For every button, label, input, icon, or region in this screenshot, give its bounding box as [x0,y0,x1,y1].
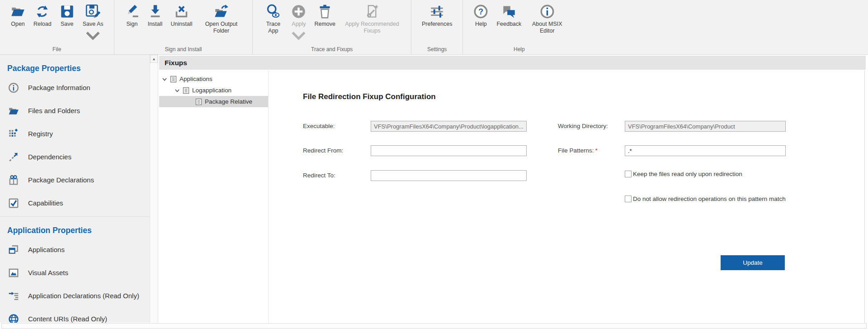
tree-item-applications[interactable]: Applications [159,73,268,85]
ribbon-group-label: Sign and Install [114,46,253,52]
chevron-expanded-icon[interactable] [175,88,180,93]
sidebar-item-label: Content URIs (Read Only) [28,315,107,323]
horizontal-scrollbar[interactable] [1,323,867,329]
uninstall-button[interactable]: Uninstall [167,3,197,28]
no-redirection-checkbox-row: Do not allow redirection operations on t… [625,195,786,202]
ribbon-group-label: Help [463,46,575,52]
feedback-bubbles-icon [501,4,516,19]
button-label: Feedback [496,21,521,28]
no-redirection-checkbox[interactable] [625,195,632,202]
apply-recommended-fixups-button[interactable]: Apply Recommended Fixups [340,3,405,34]
ribbon-group-help: ? Help Feedback About MSIX Editor Help [462,0,575,54]
keep-read-only-checkbox-row: Keep the files read only upon redirectio… [625,171,742,177]
document-icon [183,87,189,94]
sidebar-item-label: Application Declarations (Read Only) [28,292,139,300]
ribbon-group-trace-fixups: Trace App Apply Remove Apply Recommended… [252,0,411,54]
button-label: Help [475,21,487,28]
globe-icon [8,314,19,323]
sidebar-item-content-uris[interactable]: Content URIs (Read Only) [0,307,150,323]
sidebar-item-package-declarations[interactable]: Package Declarations [0,168,150,191]
feedback-button[interactable]: Feedback [492,3,525,28]
apply-button[interactable]: Apply [287,3,310,43]
trace-app-button[interactable]: Trace App [259,3,287,34]
sidebar-item-label: Capabilities [28,199,63,207]
form-title: File Redirection Fixup Configuration [303,92,436,101]
install-button[interactable]: Install [144,3,167,28]
ribbon-group-label: Settings [411,46,462,52]
sidebar-item-registry[interactable]: Registry [0,122,150,145]
sidebar-item-capabilities[interactable]: Capabilities [0,191,150,215]
open-button[interactable]: Open [6,3,29,28]
button-label: Trace App [263,21,283,34]
button-label: Apply Recommended Fixups [344,21,401,34]
button-label: Reload [33,21,52,28]
sign-pencil-icon [125,4,140,19]
save-as-icon [85,4,100,19]
arrow-list-icon [8,291,19,301]
redirect-to-label: Redirect To: [303,170,335,181]
svg-text:?: ? [479,7,484,16]
sidebar-item-visual-assets[interactable]: Visual Assets [0,261,150,284]
document-icon [195,98,202,105]
about-info-icon [540,4,555,19]
checked-box-icon [8,198,19,209]
fixups-panel: Fixups Applications Logapplication Packa… [158,55,868,323]
button-label: Install [148,21,163,28]
tree-item-package-relative[interactable]: Package Relative [159,96,268,107]
sidebar-item-package-information[interactable]: Package Information [0,76,150,99]
working-directory-input[interactable] [625,121,786,132]
sidebar-item-label: Visual Assets [28,269,68,277]
sign-button[interactable]: Sign [121,3,144,28]
redirect-from-label: Redirect From: [303,145,343,156]
sidebar-item-application-declarations[interactable]: Application Declarations (Read Only) [0,284,150,307]
sidebar-item-applications[interactable]: Applications [0,238,150,261]
about-msix-editor-button[interactable]: About MSIX Editor [525,3,569,34]
preferences-sliders-icon [429,4,444,19]
button-label: Save [61,21,74,28]
executable-label: Executable: [303,121,335,132]
ribbon-group-label: File [0,46,114,52]
preferences-button[interactable]: Preferences [418,3,456,28]
help-question-icon: ? [473,4,488,19]
ribbon-toolbar: Open Reload Save Save As File Sign Insta… [0,0,868,55]
dependency-arrow-icon [8,152,19,162]
sidebar-item-dependencies[interactable]: Dependencies [0,145,150,168]
update-button[interactable]: Update [721,255,785,270]
scrollbar-up-arrow[interactable]: ▲ [150,55,158,63]
help-button[interactable]: ? Help [469,3,492,28]
sidebar-item-files-and-folders[interactable]: Files and Folders [0,99,150,122]
file-redirection-form: File Redirection Fixup Configuration Exe… [269,71,865,323]
working-directory-label: Working Directory: [558,121,608,132]
reload-button[interactable]: Reload [29,3,56,28]
redirect-to-input[interactable] [371,170,527,181]
gift-box-icon [8,175,19,186]
redirect-from-input[interactable] [371,145,527,156]
remove-button[interactable]: Remove [310,3,340,28]
tree-item-logapplication[interactable]: Logapplication [159,85,268,96]
chevron-expanded-icon[interactable] [162,77,167,81]
executable-input[interactable] [371,121,527,132]
file-patterns-input[interactable] [625,145,786,156]
document-icon [170,76,177,83]
save-icon [60,4,75,19]
ribbon-group-settings: Preferences Settings [411,0,462,54]
keep-read-only-checkbox[interactable] [625,171,632,177]
install-arrow-icon [148,4,163,19]
msix-editor-window: { "ribbon": { "groups": [ { "label": "Fi… [0,0,868,329]
open-output-folder-button[interactable]: Open Output Folder [196,3,246,34]
trace-app-icon [266,4,281,19]
chevron-down-icon [291,28,306,43]
tree-item-label: Applications [179,76,212,82]
save-button[interactable]: Save [56,3,79,28]
button-label: Open Output Folder [200,21,242,34]
chevron-down-icon [85,28,100,43]
button-label: Remove [314,21,335,28]
save-as-button[interactable]: Save As [79,3,108,43]
checkbox-label: Keep the files read only upon redirectio… [633,171,742,177]
reload-icon [35,4,50,19]
tree-item-label: Logapplication [192,87,231,94]
info-circle-icon [8,82,19,93]
sidebar-scrollbar[interactable]: ▲ [150,55,158,323]
ribbon-group-sign-install: Sign Install Uninstall Open Output Folde… [114,0,253,54]
app-windows-icon [8,244,19,255]
